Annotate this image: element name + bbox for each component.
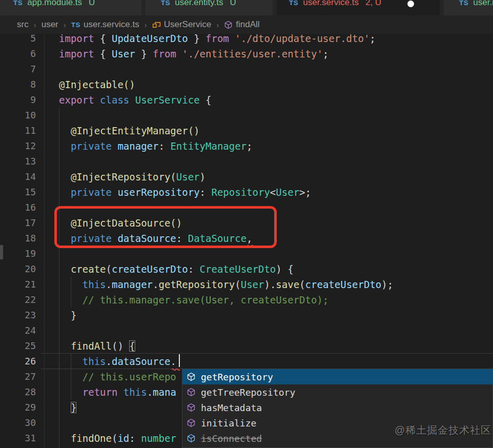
line-number[interactable]: 12 [0, 138, 36, 154]
line-number[interactable]: 11 [0, 123, 36, 138]
code-line-19[interactable]: 19 [0, 246, 493, 261]
line-number[interactable]: 24 [0, 323, 36, 338]
tab-user.entity.ts[interactable]: TSuser.entity.tsU [146, 0, 273, 15]
breadcrumb-separator-icon: › [33, 21, 37, 29]
code-line-23[interactable]: 23 } [0, 308, 493, 323]
line-number[interactable]: 29 [0, 400, 36, 415]
line-number[interactable]: 22 [0, 292, 36, 308]
code-line-20[interactable]: 20 create(createUserDto: CreateUserDto) … [0, 261, 493, 277]
line-number[interactable]: 30 [0, 415, 36, 431]
code-line-26[interactable]: 26 this.dataSource. [0, 354, 493, 369]
breadcrumb-item-src[interactable]: src [17, 19, 29, 30]
suggestion-getTreeRepository[interactable]: getTreeRepository [182, 384, 492, 400]
code-text: return this.mana [59, 384, 176, 400]
method-symbol-icon [187, 403, 196, 412]
line-number[interactable]: 25 [0, 338, 36, 354]
method-symbol-icon [187, 418, 196, 427]
unsaved-dot-icon[interactable] [407, 1, 414, 7]
code-text: // this.manager.save(User, createUserDto… [59, 292, 328, 308]
code-text: @InjectEntityManager() [59, 123, 200, 138]
code-text: findAll() { [59, 338, 135, 354]
code-text: } [59, 308, 76, 323]
breadcrumb: src›user›TSuser.service.ts›UserService›f… [0, 15, 493, 34]
code-text: findOne(id: number [59, 431, 176, 446]
line-number[interactable]: 15 [0, 185, 36, 200]
breadcrumb-label: UserService [164, 19, 212, 30]
breadcrumb-label: user.service.ts [84, 19, 139, 30]
code-text: private manager: EntityManager; [59, 138, 253, 154]
code-line-22[interactable]: 22 // this.manager.save(User, createUser… [0, 292, 493, 308]
line-number[interactable]: 31 [0, 431, 36, 446]
tab-decoration-badge: U [230, 0, 236, 8]
breadcrumb-separator-icon: › [144, 21, 148, 29]
code-line-13[interactable]: 13 [0, 154, 493, 169]
breadcrumb-label: user [42, 19, 58, 30]
tab-label: user.mo [473, 0, 493, 8]
method-symbol-icon [224, 21, 233, 29]
breadcrumb-item-findAll[interactable]: findAll [224, 19, 259, 30]
code-line-8[interactable]: 8@Injectable() [0, 77, 493, 92]
suggestion-getRepository[interactable]: getRepository [182, 369, 492, 384]
line-number[interactable]: 16 [0, 200, 36, 215]
code-text: } [59, 400, 76, 415]
ts-file-icon: TS [459, 0, 468, 7]
tab-user.service.ts[interactable]: TSuser.service.ts2, U [277, 0, 440, 15]
line-number[interactable]: 21 [0, 277, 36, 292]
breadcrumb-item-user[interactable]: user [42, 19, 58, 30]
line-number[interactable]: 20 [0, 261, 36, 277]
tab-label: app.module.ts [27, 0, 82, 8]
line-number[interactable]: 8 [0, 77, 36, 92]
code-text: @InjectRepository(User) [59, 169, 206, 185]
vscode-window: 5import { UpdateUserDto } from './dto/up… [0, 0, 493, 448]
line-number[interactable]: 26 [0, 354, 36, 369]
line-number[interactable]: 13 [0, 154, 36, 169]
breadcrumb-item-user.service.ts[interactable]: TSuser.service.ts [71, 19, 139, 30]
code-line-7[interactable]: 7 [0, 62, 493, 77]
line-number[interactable]: 28 [0, 384, 36, 400]
breadcrumb-label: src [17, 19, 29, 30]
suggestion-label: getRepository [201, 372, 273, 382]
ts-file-icon: TS [13, 0, 23, 7]
editor-tab-bar: TSapp.module.tsUTSuser.entity.tsUTSuser.… [0, 0, 493, 15]
suggestion-label: hasMetadata [201, 402, 262, 413]
code-line-14[interactable]: 14 @InjectRepository(User) [0, 169, 493, 185]
line-number[interactable]: 6 [0, 46, 36, 62]
code-line-11[interactable]: 11 @InjectEntityManager() [0, 123, 493, 138]
indent-guide [71, 354, 71, 400]
breadcrumb-separator-icon: › [216, 21, 219, 29]
breadcrumb-item-UserService[interactable]: UserService [152, 19, 212, 30]
indent-guide [59, 108, 59, 448]
code-line-24[interactable]: 24 [0, 323, 493, 338]
code-text: import { User } from './entities/user.en… [59, 46, 328, 62]
red-annotation-box [54, 206, 277, 248]
code-line-12[interactable]: 12 private manager: EntityManager; [0, 138, 493, 154]
scroll-indicator[interactable] [0, 245, 3, 259]
code-line-10[interactable]: 10 [0, 108, 493, 123]
code-line-25[interactable]: 25 findAll() { [0, 338, 493, 354]
ts-file-icon: TS [289, 0, 298, 7]
line-number[interactable]: 14 [0, 169, 36, 185]
tab-app.module.ts[interactable]: TSapp.module.tsU [0, 0, 141, 15]
tab-user.mo[interactable]: TSuser.mo [444, 0, 493, 15]
line-number[interactable]: 27 [0, 369, 36, 384]
suggestion-label: isConnected [201, 433, 262, 444]
ts-file-icon: TS [71, 21, 80, 29]
line-number[interactable]: 10 [0, 108, 36, 123]
tab-label: user.entity.ts [175, 0, 223, 8]
class-symbol-icon [152, 21, 161, 29]
line-number[interactable]: 7 [0, 62, 36, 77]
code-line-9[interactable]: 9export class UserService { [0, 92, 493, 108]
suggestion-hasMetadata[interactable]: hasMetadata [182, 400, 492, 415]
line-number[interactable]: 17 [0, 215, 36, 231]
method-symbol-icon [187, 388, 196, 397]
line-number[interactable]: 23 [0, 308, 36, 323]
code-line-6[interactable]: 6import { User } from './entities/user.e… [0, 46, 493, 62]
code-line-21[interactable]: 21 this.manager.getRepository(User).save… [0, 277, 493, 292]
method-symbol-icon [187, 372, 196, 381]
suggestion-label: initialize [201, 418, 256, 429]
suggestion-label: getTreeRepository [201, 387, 295, 398]
code-line-15[interactable]: 15 private userRepository: Repository<Us… [0, 185, 493, 200]
line-number[interactable]: 9 [0, 92, 36, 108]
line-number[interactable]: 18 [0, 231, 36, 246]
line-number[interactable]: 19 [0, 246, 36, 261]
